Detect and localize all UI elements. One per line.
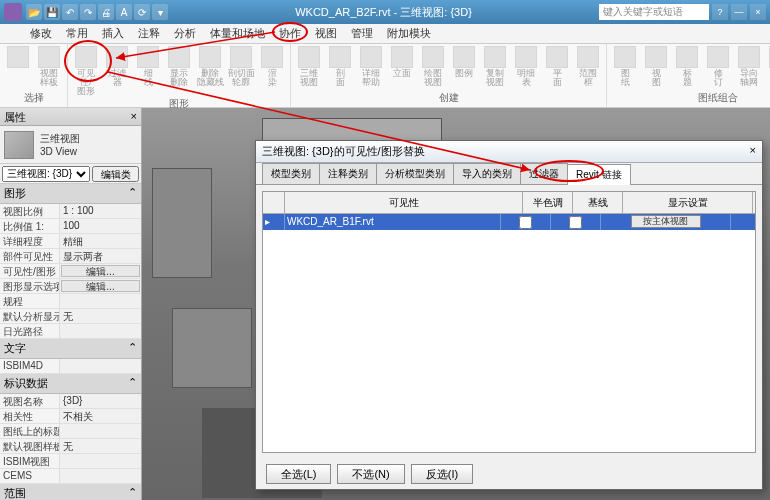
- menu-4[interactable]: 分析: [174, 26, 196, 41]
- halftone-checkbox[interactable]: [501, 214, 551, 230]
- prop-value[interactable]: 100: [60, 219, 141, 233]
- prop-row[interactable]: 视图比例1 : 100: [0, 204, 141, 219]
- prop-value[interactable]: [60, 359, 141, 373]
- prop-value[interactable]: 显示两者: [60, 249, 141, 263]
- qat-redo-icon[interactable]: ↷: [80, 4, 96, 20]
- ribbon-tool[interactable]: 视图: [642, 46, 670, 87]
- ribbon-tool[interactable]: 图纸: [611, 46, 639, 87]
- prop-section-header[interactable]: 范围⌃: [0, 484, 141, 500]
- prop-value[interactable]: [60, 294, 141, 308]
- ribbon-tool[interactable]: 标题: [673, 46, 701, 87]
- ribbon-tool[interactable]: 复制视图: [481, 46, 509, 87]
- prop-row[interactable]: 默认分析显示...无: [0, 309, 141, 324]
- prop-row[interactable]: ISBIM视图: [0, 454, 141, 469]
- edit-type-button[interactable]: 编辑类型: [92, 166, 139, 182]
- prop-row[interactable]: 视图名称{3D}: [0, 394, 141, 409]
- qat-print-icon[interactable]: 🖨: [98, 4, 114, 20]
- prop-row[interactable]: CEMS: [0, 469, 141, 484]
- dialog-tab[interactable]: 导入的类别: [453, 163, 521, 184]
- ribbon-tool[interactable]: 平面: [543, 46, 571, 87]
- prop-value[interactable]: 编辑...: [61, 265, 140, 277]
- prop-value[interactable]: [60, 424, 141, 438]
- prop-value[interactable]: 不相关: [60, 409, 141, 423]
- prop-row[interactable]: 比例值 1:100: [0, 219, 141, 234]
- ribbon-tool[interactable]: 删除隐藏线: [196, 46, 224, 87]
- invert-selection-button[interactable]: 反选(I): [411, 464, 473, 484]
- display-settings-button[interactable]: 按主体视图: [631, 215, 701, 228]
- qat-open-icon[interactable]: 📂: [26, 4, 42, 20]
- ribbon-tool[interactable]: 明细表: [512, 46, 540, 87]
- ribbon-tool[interactable]: [4, 46, 32, 69]
- menu-1[interactable]: 常用: [66, 26, 88, 41]
- prop-row[interactable]: 部件可见性显示两者: [0, 249, 141, 264]
- prop-value[interactable]: 无: [60, 309, 141, 323]
- ribbon-tool[interactable]: 拼接线: [766, 46, 770, 87]
- menu-7[interactable]: 视图: [315, 26, 337, 41]
- ribbon-tool[interactable]: 过滤器: [103, 46, 131, 87]
- prop-value[interactable]: 无: [60, 439, 141, 453]
- qat-undo-icon[interactable]: ↶: [62, 4, 78, 20]
- properties-close-icon[interactable]: ×: [131, 110, 137, 123]
- ribbon-tool[interactable]: 导向轴网: [735, 46, 763, 87]
- link-row[interactable]: ▸ WKCD_AR_B1F.rvt按主体视图: [263, 214, 755, 230]
- prop-row[interactable]: 可见性/图形编辑...: [0, 264, 141, 279]
- grid-column-header[interactable]: 可见性: [285, 192, 523, 213]
- prop-value[interactable]: 编辑...: [61, 280, 140, 292]
- qat-save-icon[interactable]: 💾: [44, 4, 60, 20]
- dialog-tab[interactable]: 过滤器: [520, 163, 568, 184]
- dialog-tab[interactable]: 注释类别: [319, 163, 377, 184]
- menu-8[interactable]: 管理: [351, 26, 373, 41]
- prop-value[interactable]: [60, 454, 141, 468]
- prop-section-header[interactable]: 图形⌃: [0, 184, 141, 204]
- select-none-button[interactable]: 不选(N): [337, 464, 404, 484]
- grid-column-header[interactable]: 显示设置: [623, 192, 753, 213]
- menu-9[interactable]: 附加模块: [387, 26, 431, 41]
- prop-section-header[interactable]: 标识数据⌃: [0, 374, 141, 394]
- prop-row[interactable]: 默认视图样板无: [0, 439, 141, 454]
- ribbon-tool[interactable]: 视图样板: [35, 46, 63, 87]
- menu-0[interactable]: 修改: [30, 26, 52, 41]
- prop-value[interactable]: {3D}: [60, 394, 141, 408]
- dialog-tab[interactable]: Revit 链接: [567, 164, 631, 185]
- properties-type-thumb[interactable]: 三维视图 3D View: [0, 126, 141, 164]
- prop-value[interactable]: 精细: [60, 234, 141, 248]
- prop-row[interactable]: 相关性不相关: [0, 409, 141, 424]
- prop-row[interactable]: 规程: [0, 294, 141, 309]
- ribbon-tool[interactable]: 范围框: [574, 46, 602, 87]
- qat-letter-icon[interactable]: A: [116, 4, 132, 20]
- prop-row[interactable]: 日光路径: [0, 324, 141, 339]
- ribbon-tool[interactable]: 显示删除: [165, 46, 193, 87]
- menu-6[interactable]: 协作: [279, 26, 301, 41]
- dialog-close-icon[interactable]: ×: [750, 144, 756, 159]
- prop-row[interactable]: 图纸上的标题: [0, 424, 141, 439]
- select-all-button[interactable]: 全选(L): [266, 464, 331, 484]
- prop-row[interactable]: ISBIM4D: [0, 359, 141, 374]
- app-logo[interactable]: [4, 3, 22, 21]
- prop-value[interactable]: 1 : 100: [60, 204, 141, 218]
- prop-section-header[interactable]: 文字⌃: [0, 339, 141, 359]
- menu-5[interactable]: 体量和场地: [210, 26, 265, 41]
- ribbon-tool[interactable]: 三维视图: [295, 46, 323, 87]
- minimize-icon[interactable]: —: [731, 4, 747, 20]
- menu-2[interactable]: 插入: [102, 26, 124, 41]
- dialog-tab[interactable]: 模型类别: [262, 163, 320, 184]
- grid-column-header[interactable]: 基线: [573, 192, 623, 213]
- grid-column-header[interactable]: 半色调: [523, 192, 573, 213]
- close-icon[interactable]: ×: [750, 4, 766, 20]
- prop-row[interactable]: 图形显示选项编辑...: [0, 279, 141, 294]
- ribbon-tool[interactable]: 渲染: [258, 46, 286, 87]
- ribbon-tool[interactable]: 图例: [450, 46, 478, 78]
- qat-sync-icon[interactable]: ⟳: [134, 4, 150, 20]
- prop-value[interactable]: [60, 469, 141, 483]
- ribbon-tool[interactable]: 修订: [704, 46, 732, 87]
- help-icon[interactable]: ?: [712, 4, 728, 20]
- prop-value[interactable]: [60, 324, 141, 338]
- ribbon-tool[interactable]: 可见性/图形: [72, 46, 100, 96]
- dialog-tab[interactable]: 分析模型类别: [376, 163, 454, 184]
- ribbon-tool[interactable]: 剖切面轮廓: [227, 46, 255, 87]
- ribbon-tool[interactable]: 立面: [388, 46, 416, 78]
- ribbon-tool[interactable]: 细线: [134, 46, 162, 87]
- ribbon-tool[interactable]: 绘图视图: [419, 46, 447, 87]
- search-input[interactable]: 键入关键字或短语: [599, 4, 709, 20]
- ribbon-tool[interactable]: 详细帮助: [357, 46, 385, 87]
